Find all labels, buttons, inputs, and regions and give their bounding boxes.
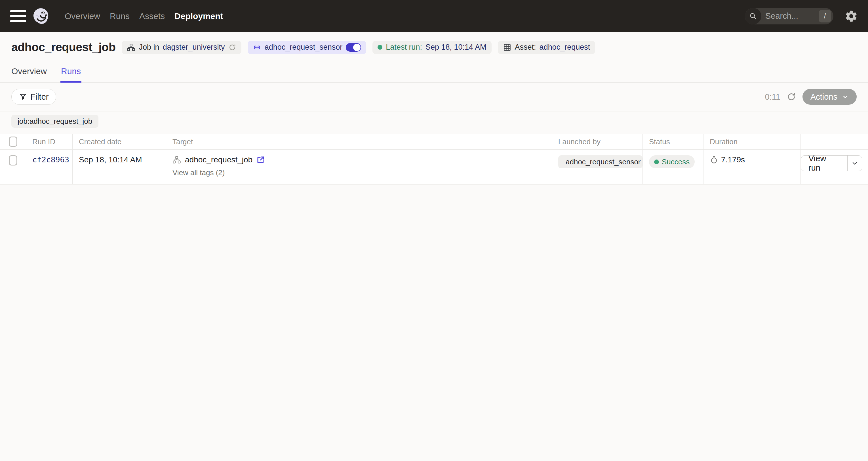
latest-run-label: Latest run: (386, 43, 422, 52)
actions-button[interactable]: Actions (803, 89, 857, 105)
view-run-caret-button[interactable] (847, 155, 862, 171)
hamburger-menu-icon[interactable] (10, 10, 26, 22)
filter-button[interactable]: Filter (11, 89, 56, 105)
sensor-tag: adhoc_request_sensor (248, 41, 367, 54)
duration-value: 7.179s (721, 155, 745, 164)
runs-toolbar: Filter 0:11 Actions (0, 83, 868, 112)
asset-tag-label: Asset: (515, 43, 536, 52)
funnel-icon (19, 93, 27, 101)
launched-by-tag[interactable]: adhoc_request_sensor (558, 155, 643, 168)
job-icon (173, 155, 181, 164)
actions-button-label: Actions (810, 92, 837, 102)
runs-table: Run ID Created date Target Launched by S… (0, 134, 868, 184)
chevron-down-icon (842, 93, 849, 100)
nav-item-overview[interactable]: Overview (65, 11, 100, 21)
nav-item-assets[interactable]: Assets (139, 11, 165, 21)
tab-runs[interactable]: Runs (61, 66, 81, 82)
stopwatch-icon (710, 155, 718, 164)
job-icon (127, 43, 135, 52)
sensor-link[interactable]: adhoc_request_sensor (265, 43, 343, 52)
search-shortcut-badge: / (819, 10, 831, 22)
table-row: cf2c8963 Sep 18, 10:14 AM adhoc_request_… (0, 150, 868, 184)
column-header-duration: Duration (704, 134, 801, 149)
launched-by-name: adhoc_request_sensor (566, 157, 641, 166)
global-search[interactable]: / (745, 8, 833, 24)
page-title: adhoc_request_job (11, 40, 116, 54)
column-header-run-id: Run ID (26, 134, 73, 149)
sensor-icon (253, 43, 261, 52)
filter-button-label: Filter (30, 92, 49, 102)
applied-filters-row: job:adhoc_request_job (0, 112, 868, 134)
settings-gear-icon[interactable] (845, 10, 858, 23)
view-run-button[interactable]: View run (801, 155, 847, 171)
asset-grid-icon (503, 43, 512, 52)
nav-item-deployment[interactable]: Deployment (175, 11, 223, 21)
nav-links: Overview Runs Assets Deployment (65, 11, 223, 21)
code-location-link[interactable]: dagster_university (163, 43, 225, 52)
chevron-down-icon (851, 160, 858, 167)
target-job-name: adhoc_request_job (185, 155, 252, 164)
column-header-launched-by: Launched by (552, 134, 643, 149)
refresh-countdown: 0:11 (765, 92, 780, 102)
reload-location-icon[interactable] (228, 44, 236, 51)
external-link-icon[interactable] (256, 155, 265, 164)
row-checkbox[interactable] (9, 155, 17, 166)
dagster-logo-icon[interactable] (32, 7, 50, 25)
tab-overview[interactable]: Overview (11, 66, 47, 82)
select-all-checkbox[interactable] (9, 137, 17, 147)
asset-link[interactable]: adhoc_request (539, 43, 590, 52)
tab-bar: Overview Runs (0, 66, 868, 83)
applied-filter-chip[interactable]: job:adhoc_request_job (11, 115, 98, 128)
job-location-tag: Job in dagster_university (122, 41, 241, 54)
latest-run-status-dot (377, 45, 382, 50)
latest-run-time-link[interactable]: Sep 18, 10:14 AM (426, 43, 487, 52)
view-run-split-button: View run (801, 155, 862, 171)
view-all-tags-link[interactable]: View all tags (2) (173, 168, 552, 177)
created-date-cell: Sep 18, 10:14 AM (73, 150, 166, 184)
job-tag-text: Job in (139, 43, 159, 52)
column-header-created-date: Created date (73, 134, 166, 149)
nav-item-runs[interactable]: Runs (110, 11, 130, 21)
top-nav: Overview Runs Assets Deployment / (0, 0, 868, 32)
status-badge: Success (649, 155, 695, 168)
run-id-link[interactable]: cf2c8963 (32, 155, 69, 164)
status-dot (654, 160, 659, 164)
page-header: adhoc_request_job Job in dagster_univers… (0, 32, 868, 54)
search-input[interactable] (761, 11, 819, 21)
column-header-status: Status (643, 134, 704, 149)
refresh-icon[interactable] (786, 92, 796, 102)
asset-tag: Asset: adhoc_request (498, 41, 595, 54)
column-header-actions (801, 134, 868, 149)
search-icon (745, 8, 761, 24)
table-header-row: Run ID Created date Target Launched by S… (0, 134, 868, 150)
column-header-target: Target (166, 134, 552, 149)
latest-run-tag: Latest run: Sep 18, 10:14 AM (372, 41, 491, 54)
status-text: Success (662, 157, 689, 166)
sensor-toggle[interactable] (346, 43, 361, 52)
